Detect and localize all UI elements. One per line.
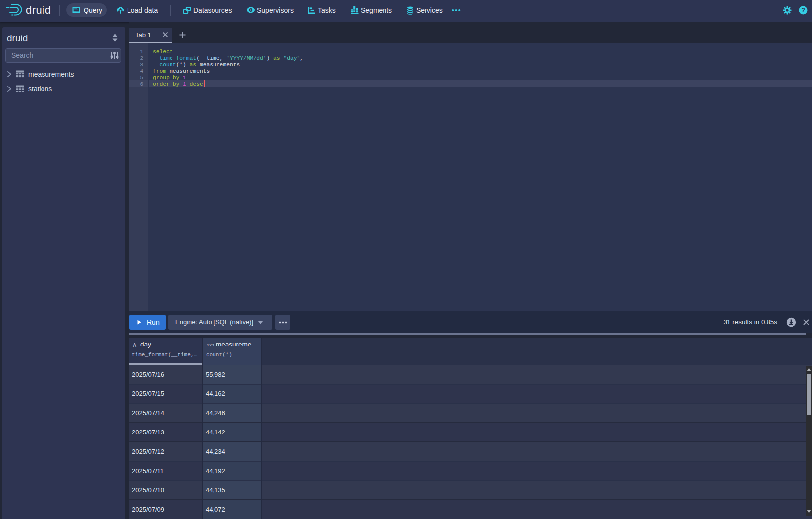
svg-text:?: ? [801,7,805,14]
